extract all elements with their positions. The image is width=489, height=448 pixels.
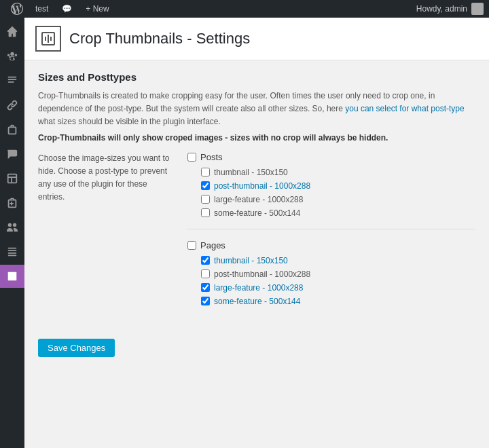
save-changes-button[interactable]: Save Changes: [38, 339, 115, 357]
admin-avatar: [471, 3, 484, 15]
posts-checkbox[interactable]: [187, 153, 196, 162]
posts-size-post-thumbnail: post-thumbnail - 1000x288: [201, 181, 475, 191]
pages-label[interactable]: Pages: [200, 240, 225, 250]
postype-posts-section: Posts thumbnail - 150x150 post-thumbnail…: [187, 152, 475, 229]
posts-some-feature-label: some-feature - 500x144: [214, 208, 300, 218]
posts-some-feature-checkbox[interactable]: [201, 208, 210, 217]
posts-post-thumbnail-checkbox[interactable]: [201, 181, 210, 190]
comment-icon: 💬: [62, 4, 72, 14]
pages-post-thumbnail-checkbox[interactable]: [201, 269, 210, 278]
sidebar-item-comments[interactable]: [0, 143, 24, 166]
sidebar-item-active-plugin[interactable]: [0, 265, 24, 288]
adminbar-user: Howdy, admin: [416, 3, 484, 15]
content-area: Sizes and Posttypes Crop-Thumbnails is c…: [24, 60, 489, 368]
pages-size-large-feature: large-feature - 1000x288: [201, 283, 475, 293]
posts-size-thumbnail: thumbnail - 150x150: [201, 168, 475, 177]
page-title: Crop Thumbnails - Settings: [69, 30, 250, 48]
main-content: Crop Thumbnails - Settings Sizes and Pos…: [24, 18, 489, 448]
posts-large-feature-checkbox[interactable]: [201, 195, 210, 204]
adminbar-site[interactable]: test: [29, 0, 55, 18]
pages-post-thumbnail-label: post-thumbnail - 1000x288: [214, 269, 310, 279]
posts-size-some-feature: some-feature - 500x144: [201, 208, 475, 218]
pages-some-feature-label: some-feature - 500x144: [214, 297, 300, 306]
svg-rect-0: [8, 272, 17, 281]
adminbar-comments[interactable]: 💬: [55, 0, 79, 18]
sidebar-item-customize[interactable]: [0, 45, 24, 68]
description-link: you can select for what post-type: [345, 104, 464, 113]
posts-size-large-feature: large-feature - 1000x288: [201, 195, 475, 204]
right-col: Posts thumbnail - 150x150 post-thumbnail…: [187, 152, 475, 328]
page-header: Crop Thumbnails - Settings: [24, 18, 489, 60]
sidebar-item-posts[interactable]: [0, 69, 24, 92]
pages-size-post-thumbnail: post-thumbnail - 1000x288: [201, 269, 475, 279]
sidebar-item-links[interactable]: [0, 94, 24, 117]
wp-logo[interactable]: [5, 0, 29, 18]
description-paragraph-1: Crop-Thumbnails is created to make cropp…: [38, 90, 475, 129]
left-description: Choose the image-sizes you want to hide.…: [38, 152, 174, 328]
pages-thumbnail-checkbox[interactable]: [201, 256, 210, 265]
plugin-icon: [35, 26, 61, 52]
sidebar-item-plugins[interactable]: [0, 191, 24, 214]
pages-some-feature-checkbox[interactable]: [201, 297, 210, 305]
pages-large-feature-checkbox[interactable]: [201, 283, 210, 292]
section-title: Sizes and Posttypes: [38, 71, 475, 83]
sidebar: [0, 18, 24, 448]
posts-post-thumbnail-label: post-thumbnail - 1000x288: [214, 181, 310, 191]
pages-size-thumbnail: thumbnail - 150x150: [201, 256, 475, 265]
two-col-layout: Choose the image-sizes you want to hide.…: [38, 152, 475, 328]
sidebar-item-dashboard[interactable]: [0, 20, 24, 43]
admin-bar: test 💬 + New Howdy, admin: [0, 0, 489, 18]
postype-pages-section: Pages thumbnail - 150x150 post-thumbnail…: [187, 240, 475, 317]
pages-size-some-feature: some-feature - 500x144: [201, 297, 475, 306]
posts-label[interactable]: Posts: [200, 152, 223, 162]
postype-pages-header: Pages: [187, 240, 475, 250]
posts-thumbnail-label: thumbnail - 150x150: [214, 168, 288, 177]
pages-checkbox[interactable]: [187, 241, 196, 250]
sidebar-item-users[interactable]: [0, 216, 24, 239]
posts-large-feature-label: large-feature - 1000x288: [214, 195, 303, 204]
postype-posts-header: Posts: [187, 152, 475, 162]
sidebar-item-tools[interactable]: [0, 240, 24, 263]
description-paragraph-2: Crop-Thumbnails will only show croped im…: [38, 133, 475, 143]
sidebar-item-pages[interactable]: [0, 118, 24, 141]
pages-thumbnail-label: thumbnail - 150x150: [214, 256, 288, 265]
sidebar-item-appearance[interactable]: [0, 167, 24, 190]
adminbar-new[interactable]: + New: [79, 0, 115, 18]
posts-thumbnail-checkbox[interactable]: [201, 168, 210, 176]
pages-large-feature-label: large-feature - 1000x288: [214, 283, 303, 293]
